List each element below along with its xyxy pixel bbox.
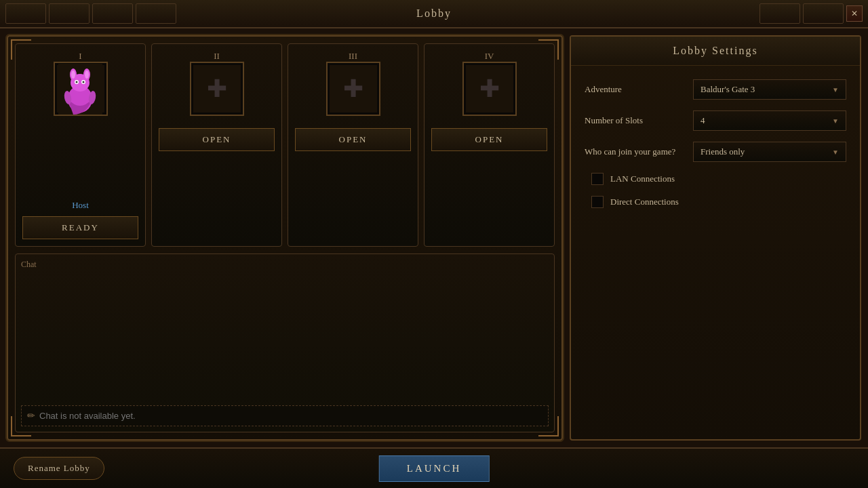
tab-5[interactable] [760,3,800,24]
join-label: Who can join your game? [585,146,686,157]
lan-row: LAN Connections [585,173,846,185]
left-panel: I [7,35,563,441]
top-bar-right: ✕ [760,3,863,24]
open-button-3[interactable]: OPEN [295,128,411,151]
tab-6[interactable] [803,3,844,24]
player-slot-2: II ✚ OPEN [151,43,282,247]
bottom-bar: Rename Lobby ❧❧❧ LAUNCH ❧❧❧ [0,447,868,488]
settings-title: Lobby Settings [571,37,860,66]
player-slot-1: I [15,43,146,247]
empty-slot-icon-4: ✚ [473,72,507,106]
adventure-dropdown-arrow: ▼ [832,86,839,94]
settings-body: Adventure Baldur's Gate 3 ▼ Number of Sl… [571,66,860,222]
slot-avatar-4: ✚ [462,62,517,116]
slot-avatar-3: ✚ [326,62,380,116]
open-button-4[interactable]: OPEN [431,128,547,151]
close-button[interactable]: ✕ [846,5,863,22]
empty-slot-icon-3: ✚ [336,72,370,106]
join-dropdown-arrow: ▼ [832,148,839,156]
direct-checkbox[interactable] [591,196,604,208]
svg-point-6 [85,70,89,79]
launch-button[interactable]: LAUNCH [379,455,490,482]
slot-number-3: III [349,51,357,62]
svg-point-5 [71,70,75,79]
slot-host-label: Host [72,200,89,211]
adventure-dropdown[interactable]: Baldur's Gate 3 ▼ [693,79,846,100]
svg-point-9 [76,81,78,83]
slots-row: Number of Slots 4 ▼ [585,110,846,131]
main-content: I [0,28,868,447]
slot-number-4: IV [485,51,494,62]
ready-button[interactable]: READY [22,216,138,239]
top-bar-title: Lobby [416,7,452,20]
adventure-row: Adventure Baldur's Gate 3 ▼ [585,79,846,100]
slots-dropdown-arrow: ▼ [832,117,839,125]
tab-3[interactable] [92,3,133,24]
slot-avatar-inner-3: ✚ [330,65,377,113]
slots-dropdown[interactable]: 4 ▼ [693,110,846,131]
slots-label: Number of Slots [585,115,686,126]
chat-input-area[interactable]: ✏ [21,405,549,426]
direct-label: Direct Connections [610,197,679,207]
chat-input[interactable] [39,411,542,421]
slot-avatar-inner-1 [57,65,104,113]
slot-number-1: I [79,51,81,62]
lan-checkbox[interactable] [591,173,604,185]
join-value: Friends only [701,146,745,157]
player-slot-3: III ✚ OPEN [288,43,418,247]
tab-2[interactable] [49,3,90,24]
adventure-control: Baldur's Gate 3 ▼ [693,79,846,100]
join-control: Friends only ▼ [693,142,846,162]
slots-control: 4 ▼ [693,110,846,131]
right-panel: Lobby Settings Adventure Baldur's Gate 3… [570,35,861,441]
character-sprite-1 [58,64,102,115]
slot-avatar-inner-4: ✚ [466,65,513,113]
direct-row: Direct Connections [585,196,846,208]
join-row: Who can join your game? Friends only ▼ [585,142,846,162]
tab-4[interactable] [136,3,176,24]
slot-number-2: II [214,51,220,62]
slot-avatar-inner-2: ✚ [193,65,241,113]
chat-messages [21,272,549,400]
slots-value: 4 [701,115,705,126]
svg-point-10 [83,81,85,83]
player-slot-4: IV ✚ OPEN [424,43,555,247]
player-slots: I [15,43,555,247]
open-button-2[interactable]: OPEN [159,128,275,151]
slot-avatar-2: ✚ [190,62,244,116]
slot-avatar-1 [54,62,108,116]
lan-label: LAN Connections [610,174,675,184]
chat-panel: Chat ✏ [15,253,555,432]
top-bar: Lobby ✕ [0,0,868,28]
adventure-label: Adventure [585,84,686,95]
chat-label: Chat [21,260,549,270]
corner-br [538,416,559,436]
join-dropdown[interactable]: Friends only ▼ [693,142,846,162]
tab-1[interactable] [5,3,46,24]
rename-lobby-button[interactable]: Rename Lobby [14,457,104,480]
adventure-value: Baldur's Gate 3 [701,84,755,95]
corner-bl [11,416,31,436]
top-bar-tabs [0,0,176,27]
empty-slot-icon-2: ✚ [200,72,234,106]
